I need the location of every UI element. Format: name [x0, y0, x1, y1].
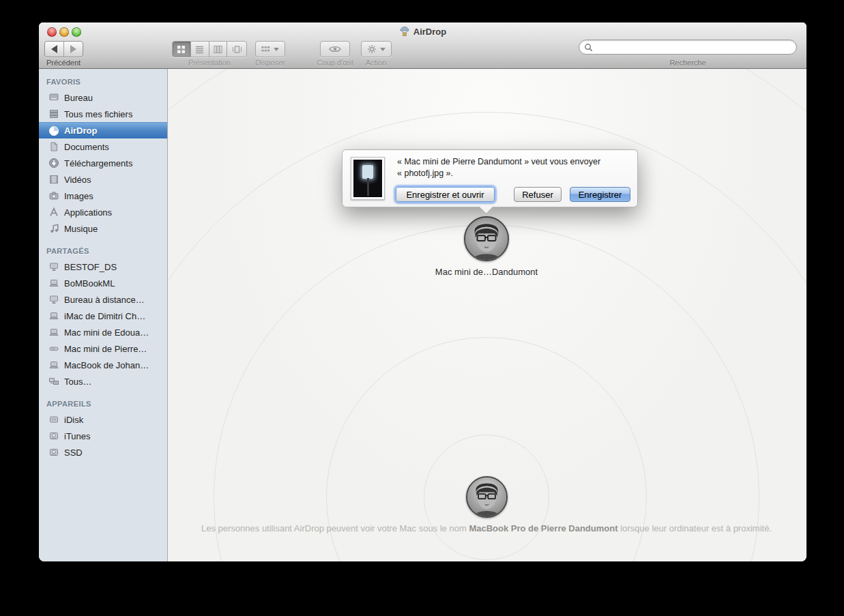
presentation-label: Présentation — [188, 59, 231, 67]
back-label: Précédent — [46, 59, 81, 67]
back-button[interactable] — [45, 42, 64, 57]
laptop-icon — [48, 278, 59, 289]
search-input[interactable] — [596, 41, 796, 53]
save-button[interactable]: Enregistrer — [570, 187, 630, 202]
arrange-grid-icon — [261, 46, 270, 53]
sidebar-item-imac-dimitri[interactable]: iMac de Dimitri Ch… — [39, 308, 167, 324]
column-view-button[interactable] — [209, 42, 228, 57]
search-icon — [584, 43, 593, 52]
forward-button[interactable] — [64, 42, 83, 57]
display-icon — [48, 261, 59, 272]
chevron-down-icon — [274, 48, 279, 51]
sidebar-item-idisk[interactable]: iDisk — [39, 411, 167, 428]
sidebar-item-macmini-pierre[interactable]: Mac mini de Pierre… — [39, 340, 167, 357]
applications-icon — [48, 207, 59, 218]
sidebar: FAVORIS Bureau Tous mes fichiers AirDrop… — [39, 69, 168, 561]
list-view-icon — [195, 45, 204, 54]
notice-suffix: lorsque leur ordinateur est à proximité. — [618, 523, 772, 533]
sidebar-section-favoris: FAVORIS — [39, 75, 167, 89]
window-title-text: AirDrop — [413, 27, 446, 37]
macmini-icon — [48, 343, 59, 354]
dialog-message: « Mac mini de Pierre Dandumont » veut vo… — [397, 156, 600, 179]
sidebar-item-images[interactable]: Images — [39, 188, 167, 204]
chevron-down-icon — [380, 48, 385, 51]
sidebar-item-tous-mes-fichiers[interactable]: Tous mes fichiers — [39, 106, 167, 122]
peer-name-label: Mac mini de…Dandumont — [435, 267, 538, 277]
notice-prefix: Les personnes utilisant AirDrop peuvent … — [201, 523, 469, 533]
action-label: Action — [366, 59, 387, 67]
airdrop-proxy-icon — [399, 26, 410, 37]
quicklook-label: Coup d'œil — [317, 59, 353, 67]
window-title: AirDrop — [39, 26, 806, 37]
airdrop-icon — [48, 126, 59, 136]
laptop-icon — [48, 310, 59, 321]
window-chrome: AirDrop Précédent — [39, 23, 806, 69]
search-label: Recherche — [669, 59, 705, 67]
grid-view-icon — [177, 45, 186, 54]
finder-window: AirDrop Précédent — [39, 23, 806, 561]
refuse-button[interactable]: Refuser — [514, 187, 562, 202]
coverflow-view-button[interactable] — [227, 42, 246, 57]
visibility-notice: Les personnes utilisant AirDrop peuvent … — [186, 522, 787, 536]
icon-view-button[interactable] — [173, 42, 191, 57]
back-forward-control — [44, 41, 83, 57]
file-thumbnail — [351, 157, 385, 200]
sidebar-section-partages: PARTAGÉS — [39, 244, 167, 259]
camera-icon — [48, 190, 59, 201]
sidebar-item-macbook-johan[interactable]: MacBook de Johan… — [39, 357, 167, 373]
network-icon — [48, 376, 59, 387]
disposer-label: Disposer — [255, 59, 285, 67]
sidebar-item-itunes[interactable]: iTunes — [39, 428, 167, 444]
action-button[interactable] — [361, 41, 392, 57]
sidebar-item-telechargements[interactable]: Téléchargements — [39, 155, 167, 171]
sidebar-item-bureau-a-distance[interactable]: Bureau à distance… — [39, 291, 167, 308]
sidebar-item-applications[interactable]: Applications — [39, 204, 167, 220]
sidebar-item-musique[interactable]: Musique — [39, 220, 167, 237]
sidebar-item-videos[interactable]: Vidéos — [39, 171, 167, 188]
sidebar-item-tous[interactable]: Tous… — [39, 373, 167, 390]
sidebar-section-appareils: APPAREILS — [39, 397, 167, 411]
download-icon — [48, 158, 59, 168]
peer-avatar[interactable] — [464, 216, 509, 261]
sidebar-item-ssd[interactable]: SSD — [39, 444, 167, 460]
drive-icon — [48, 447, 59, 458]
photo-preview — [353, 160, 382, 197]
drive-icon — [48, 430, 59, 441]
film-icon — [48, 174, 59, 185]
view-segmented-control — [172, 41, 247, 57]
display-icon — [48, 294, 59, 305]
self-avatar-photo — [467, 478, 506, 516]
dialog-message-line1: « Mac mini de Pierre Dandumont » veut vo… — [397, 156, 600, 168]
sidebar-item-macmini-edouard[interactable]: Mac mini de Edoua… — [39, 324, 167, 340]
eye-icon — [329, 45, 341, 53]
forward-arrow-icon — [70, 45, 76, 53]
back-arrow-icon — [51, 45, 57, 53]
laptop-icon — [48, 327, 59, 338]
laptop-icon — [48, 360, 59, 370]
airdrop-incoming-dialog: « Mac mini de Pierre Dandumont » veut vo… — [342, 149, 638, 207]
search-field[interactable] — [579, 40, 797, 55]
music-icon — [48, 223, 59, 234]
sidebar-item-documents[interactable]: Documents — [39, 138, 167, 155]
peer-avatar-photo — [465, 218, 508, 260]
sidebar-item-bestof-ds[interactable]: BESTOF_DS — [39, 259, 167, 275]
sidebar-item-airdrop[interactable]: AirDrop — [39, 122, 167, 138]
save-and-open-button[interactable]: Enregistrer et ouvrir — [396, 187, 495, 202]
self-avatar[interactable] — [466, 476, 508, 518]
airdrop-radar-area: Mac mini de…Dandumont « Mac mini de Pier… — [169, 69, 806, 561]
own-computer-name: MacBook Pro de Pierre Dandumont — [469, 523, 617, 533]
column-view-icon — [214, 45, 222, 54]
dialog-message-line2: « photofj.jpg ». — [397, 168, 600, 179]
sidebar-item-bureau[interactable]: Bureau — [39, 89, 167, 106]
all-files-icon — [48, 108, 59, 119]
arrange-button[interactable] — [255, 41, 285, 57]
idisk-icon — [48, 414, 59, 425]
quicklook-button[interactable] — [320, 41, 350, 57]
list-view-button[interactable] — [191, 42, 209, 57]
gear-icon — [367, 44, 377, 54]
coverflow-view-icon — [232, 45, 242, 54]
sidebar-item-bombookml[interactable]: BoMBookML — [39, 275, 167, 291]
desktop-icon — [48, 92, 59, 103]
document-icon — [48, 141, 59, 152]
